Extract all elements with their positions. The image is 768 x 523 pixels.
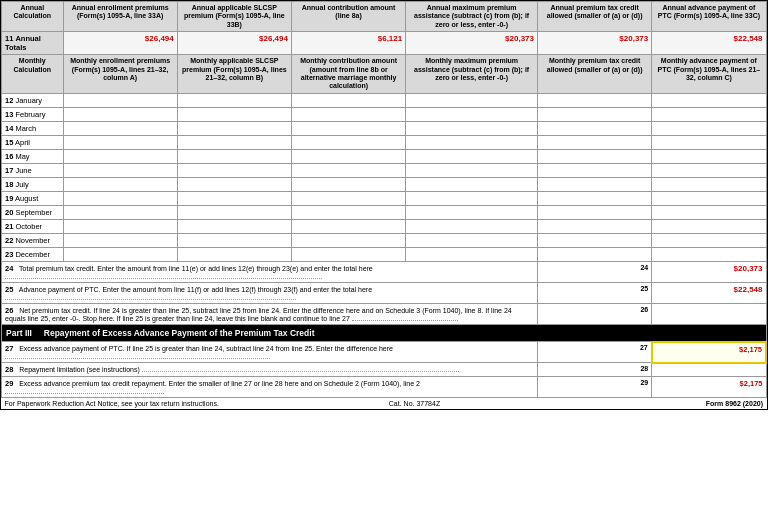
form-8962: Annual Calculation Annual enrollment pre… [0, 0, 768, 410]
line-17-row: 17 June [2, 163, 767, 177]
line24-num-cell: 24 [538, 261, 652, 282]
line-26-row: 26 Net premium tax credit. If line 24 is… [2, 303, 767, 324]
monthly-calc-label: Monthly Calculation [2, 55, 64, 94]
line-12-row: 12 January [2, 93, 767, 107]
line11-f: $22,548 [652, 32, 766, 55]
footer-right: Form 8962 (2020) [538, 398, 766, 410]
line27-value: $2,175 [652, 342, 766, 363]
line-14-row: 14 March [2, 121, 767, 135]
line-29-row: 29 Excess advance premium tax credit rep… [2, 377, 767, 398]
line25-num-cell: 25 [538, 282, 652, 303]
line-18-row: 18 July [2, 177, 767, 191]
line11-e: $20,373 [538, 32, 652, 55]
part3-title: Part III Repayment of Excess Advance Pay… [2, 324, 767, 342]
line-20-row: 20 September [2, 205, 767, 219]
col-f-monthly-header: Monthly advance payment of PTC (Form(s) … [652, 55, 766, 94]
col-c-annual-header: Annual contribution amount (line 8a) [291, 2, 405, 32]
line26-value [652, 303, 766, 324]
col-f-annual-header: Annual advance payment of PTC (Form(s) 1… [652, 2, 766, 32]
part3-header-row: Part III Repayment of Excess Advance Pay… [2, 324, 767, 342]
line11-b: $26,494 [177, 32, 291, 55]
col-c-monthly-header: Monthly contribution amount (amount from… [291, 55, 405, 94]
col-b-monthly-header: Monthly applicable SLCSP premium (Form(s… [177, 55, 291, 94]
col-e-monthly-header: Monthly premium tax credit allowed (smal… [538, 55, 652, 94]
line25-value: $22,548 [652, 282, 766, 303]
line-23-row: 23 December [2, 247, 767, 261]
line-19-row: 19 August [2, 191, 767, 205]
line11-c: $6,121 [291, 32, 405, 55]
monthly-header-row: Monthly Calculation Monthly enrollment p… [2, 55, 767, 94]
line27-num-cell: 27 [538, 342, 652, 363]
line11-a: $26,494 [63, 32, 177, 55]
col-b-annual-header: Annual applicable SLCSP premium (Form(s)… [177, 2, 291, 32]
line-16-row: 16 May [2, 149, 767, 163]
line-25-row: 25 Advance payment of PTC. Enter the amo… [2, 282, 767, 303]
line-13-row: 13 February [2, 107, 767, 121]
line11-d: $20,373 [406, 32, 538, 55]
footer-left: For Paperwork Reduction Act Notice, see … [2, 398, 292, 410]
line28-value [652, 363, 766, 377]
line-24-row: 24 Total premium tax credit. Enter the a… [2, 261, 767, 282]
col-d-monthly-header: Monthly maximum premium assistance (subt… [406, 55, 538, 94]
line-27-row: 27 Excess advance payment of PTC. If lin… [2, 342, 767, 363]
line29-value: $2,175 [652, 377, 766, 398]
line28-num-cell: 28 [538, 363, 652, 377]
annual-header-row: Annual Calculation Annual enrollment pre… [2, 2, 767, 32]
line26-num-cell: 26 [538, 303, 652, 324]
col-e-annual-header: Annual premium tax credit allowed (small… [538, 2, 652, 32]
annual-calc-label: Annual Calculation [2, 2, 64, 32]
footer-row: For Paperwork Reduction Act Notice, see … [2, 398, 767, 410]
line-15-row: 15 April [2, 135, 767, 149]
line29-num-cell: 29 [538, 377, 652, 398]
col-a-monthly-header: Monthly enrollment premiums (Form(s) 109… [63, 55, 177, 94]
line-11-row: 11 Annual Totals $26,494 $26,494 $6,121 … [2, 32, 767, 55]
line-28-row: 28 Repayment limitation (see instruction… [2, 363, 767, 377]
footer-middle: Cat. No. 37784Z [291, 398, 537, 410]
line-21-row: 21 October [2, 219, 767, 233]
line-22-row: 22 November [2, 233, 767, 247]
col-a-annual-header: Annual enrollment premiums (Form(s) 1095… [63, 2, 177, 32]
line24-value: $20,373 [652, 261, 766, 282]
col-d-annual-header: Annual maximum premium assistance (subtr… [406, 2, 538, 32]
